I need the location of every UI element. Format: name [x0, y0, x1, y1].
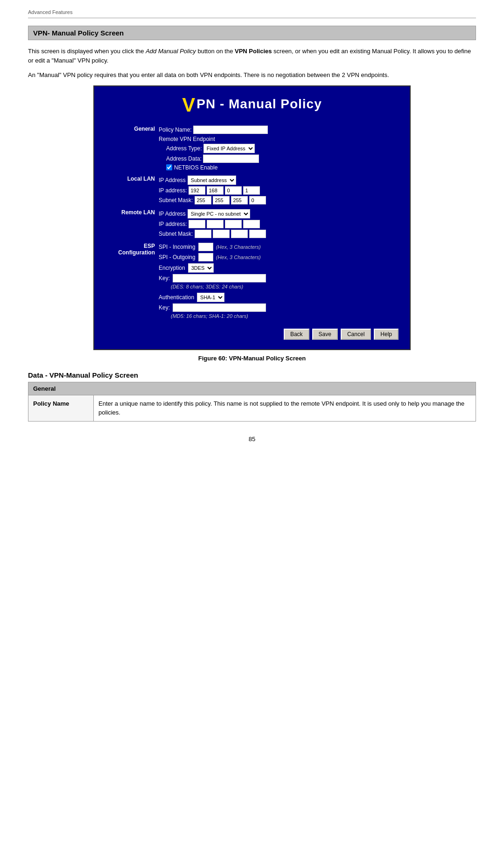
netbios-label: NETBIOS Enable [174, 164, 217, 171]
auth-key-input[interactable] [173, 303, 266, 312]
address-type-label: Address Type: [166, 145, 202, 152]
spi-incoming-input[interactable] [198, 243, 213, 251]
esp-label: ESP [107, 243, 155, 249]
spi-outgoing-label: SPI - Outgoing [159, 254, 196, 260]
address-data-label: Address Data: [166, 155, 202, 162]
button-row: Back Save Cancel Help [105, 329, 399, 340]
page-header: Advanced Features [28, 9, 476, 18]
page-number: 85 [28, 436, 476, 443]
header-divider [28, 18, 476, 18]
policy-name-col: Policy Name [28, 395, 94, 421]
local-ip-octet2[interactable] [207, 186, 224, 195]
local-ip-group [189, 186, 260, 195]
sha-hint: (MD5: 16 chars; SHA-1: 20 chars) [171, 313, 248, 319]
remote-ip-type-select[interactable]: Single PC - no subnet [188, 209, 250, 218]
local-ip-octet4[interactable] [243, 186, 260, 195]
v-graphic: V [182, 94, 196, 116]
spi-outgoing-hint: (Hex, 3 Characters) [216, 254, 261, 260]
remote-subnet-octet1[interactable] [195, 230, 211, 238]
remote-ip-octet1[interactable] [189, 220, 205, 228]
local-subnet-octet1[interactable] [195, 196, 211, 204]
encryption-key-input[interactable] [173, 274, 266, 282]
help-button[interactable]: Help [374, 329, 399, 340]
local-ip-address-label: IP address: [159, 187, 187, 194]
remote-subnet-octet4[interactable] [249, 230, 266, 238]
des-hint: (DES: 8 chars; 3DES: 24 chars) [171, 284, 243, 289]
intro-para1: This screen is displayed when you click … [28, 47, 476, 65]
encryption-label: Encryption [159, 265, 185, 271]
vpn-panel-title: VPN - Manual Policy [105, 94, 399, 116]
general-label: General [105, 125, 157, 135]
remote-subnet-octet3[interactable] [231, 230, 248, 238]
general-header: General [28, 382, 476, 395]
remote-subnet-group [195, 230, 266, 238]
address-type-select[interactable]: Fixed IP Address [203, 144, 255, 153]
figure-caption: Figure 60: VPN-Manual Policy Screen [28, 355, 476, 362]
local-ip-octet1[interactable] [189, 186, 205, 195]
local-lan-row: Local LAN IP Address Subnet address IP a… [105, 175, 399, 205]
policy-name-desc: Enter a unique name to identify this pol… [94, 395, 476, 421]
remote-lan-row: Remote LAN IP Address Single PC - no sub… [105, 208, 399, 239]
cancel-button[interactable]: Cancel [341, 329, 371, 340]
remote-ip-octet2[interactable] [207, 220, 224, 228]
remote-ip-label: IP Address [159, 211, 186, 217]
esp-row: ESP Configuration SPI - Incoming (Hex, 3… [105, 242, 399, 322]
general-header-row: General [28, 382, 476, 395]
remote-ip-address-label: IP address: [159, 221, 187, 227]
data-table: General Policy Name Enter a unique name … [28, 382, 476, 422]
encryption-key-label: Key: [159, 275, 170, 281]
local-lan-label: Local LAN [105, 175, 157, 205]
local-subnet-group [195, 196, 266, 204]
back-button[interactable]: Back [284, 329, 309, 340]
remote-subnet-octet2[interactable] [213, 230, 230, 238]
remote-ip-octet3[interactable] [225, 220, 242, 228]
local-ip-type-select[interactable]: Subnet address [188, 176, 236, 185]
spi-incoming-hint: (Hex, 3 Characters) [216, 244, 261, 250]
remote-vpn-indent: Address Type: Fixed IP Address Address D… [159, 144, 397, 171]
policy-name-row: Policy Name Enter a unique name to ident… [28, 395, 476, 421]
remote-ip-group [189, 220, 260, 228]
local-subnet-label: Subnet Mask: [159, 197, 193, 204]
vpn-manual-policy-panel: VPN - Manual Policy General Policy Name:… [93, 85, 411, 350]
local-subnet-octet3[interactable] [231, 196, 248, 204]
breadcrumb: Advanced Features [28, 9, 476, 15]
general-row: General Policy Name: [105, 125, 399, 135]
save-button[interactable]: Save [312, 329, 338, 340]
address-data-input[interactable] [203, 155, 259, 163]
auth-key-label: Key: [159, 304, 170, 311]
remote-subnet-label: Subnet Mask: [159, 231, 193, 237]
authentication-label: Authentication [159, 294, 194, 301]
remote-lan-label: Remote LAN [105, 208, 157, 239]
local-ip-octet3[interactable] [225, 186, 242, 195]
policy-name-input[interactable] [193, 126, 268, 134]
authentication-select[interactable]: SHA-1 [197, 293, 224, 302]
intro-para2: An "Manual" VPN policy requires that you… [28, 70, 476, 80]
remote-vpn-label: Remote VPN Endpoint [159, 136, 215, 142]
data-section-title: Data - VPN-Manual Policy Screen [28, 371, 476, 379]
policy-name-label: Policy Name: [159, 127, 192, 133]
remote-ip-octet4[interactable] [243, 220, 260, 228]
config-label: Configuration [107, 249, 155, 256]
spi-incoming-label: SPI - Incoming [159, 244, 196, 250]
local-subnet-octet4[interactable] [249, 196, 266, 204]
remote-vpn-row: Remote VPN Endpoint Address Type: Fixed … [105, 135, 399, 172]
netbios-checkbox[interactable] [166, 164, 172, 170]
local-ip-label: IP Address [159, 177, 186, 183]
encryption-select[interactable]: 3DES [188, 263, 214, 273]
netbios-row: NETBIOS Enable [166, 164, 397, 171]
local-subnet-octet2[interactable] [213, 196, 230, 204]
vpn-form: General Policy Name: Remote VPN Endpoint… [105, 125, 399, 322]
spi-outgoing-input[interactable] [198, 253, 213, 261]
data-section: Data - VPN-Manual Policy Screen General … [28, 371, 476, 422]
section-title: VPN- Manual Policy Screen [28, 26, 476, 40]
